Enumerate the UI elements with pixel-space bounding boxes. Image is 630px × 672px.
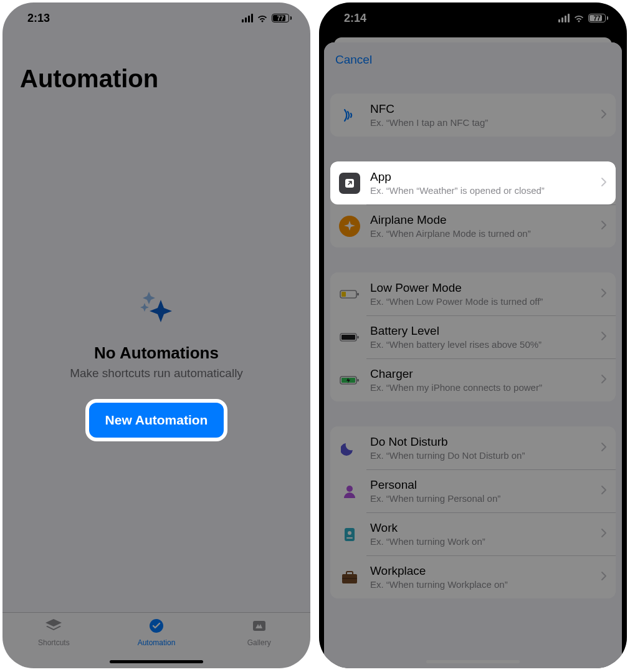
- battery-icon: 77: [272, 14, 292, 22]
- new-automation-button[interactable]: New Automation: [89, 403, 224, 438]
- trigger-row-battery-level[interactable]: Battery Level Ex. “When battery level ri…: [330, 315, 616, 358]
- trigger-sheet: Cancel NFC Ex. “When I tap an NFC tag”: [324, 42, 622, 668]
- chevron-right-icon: [601, 442, 607, 454]
- trigger-row-nfc[interactable]: NFC Ex. “When I tap an NFC tag”: [330, 94, 616, 137]
- status-bar: 2:13 77: [2, 2, 310, 34]
- trigger-title: Low Power Mode: [370, 281, 591, 295]
- trigger-group: Do Not Disturb Ex. “When turning Do Not …: [330, 426, 616, 598]
- chevron-right-icon: [601, 331, 607, 343]
- clock-check-icon: [147, 618, 166, 636]
- trigger-title: Personal: [370, 478, 591, 492]
- chevron-right-icon: [601, 177, 607, 190]
- cellular-signal-icon: [558, 14, 570, 22]
- empty-state: No Automations Make shortcuts run automa…: [2, 286, 310, 441]
- trigger-subtitle: Ex. “When turning Personal on”: [370, 493, 591, 504]
- trigger-subtitle: Ex. “When turning Work on”: [370, 536, 591, 547]
- stack-icon: [44, 618, 63, 636]
- home-indicator[interactable]: [426, 660, 520, 663]
- battery-icon: 77: [588, 14, 608, 22]
- svg-rect-4: [357, 293, 359, 295]
- trigger-list[interactable]: NFC Ex. “When I tap an NFC tag” App Ex. …: [324, 94, 622, 623]
- automation-screen: 2:13 77 Automation No Automations Make s…: [2, 2, 310, 668]
- status-bar: 2:14 77: [319, 2, 627, 34]
- svg-rect-1: [253, 621, 265, 631]
- tab-shortcuts[interactable]: Shortcuts: [2, 613, 105, 668]
- trigger-row-personal[interactable]: Personal Ex. “When turning Personal on”: [330, 469, 616, 512]
- tab-label: Automation: [138, 638, 176, 647]
- chevron-right-icon: [601, 374, 607, 386]
- page-title: Automation: [2, 34, 310, 93]
- trigger-row-dnd[interactable]: Do Not Disturb Ex. “When turning Do Not …: [330, 426, 616, 469]
- moon-icon: [339, 438, 360, 459]
- status-right: 77: [558, 14, 608, 22]
- trigger-subtitle: Ex. “When Airplane Mode is turned on”: [370, 228, 591, 239]
- gallery-icon: [250, 618, 269, 636]
- status-time: 2:13: [27, 12, 50, 25]
- cellular-signal-icon: [242, 14, 253, 22]
- tab-gallery[interactable]: Gallery: [208, 613, 310, 668]
- svg-point-14: [348, 531, 351, 535]
- new-automation-highlight: New Automation: [85, 399, 228, 441]
- chevron-right-icon: [601, 109, 607, 122]
- chevron-right-icon: [601, 571, 607, 583]
- svg-rect-8: [341, 335, 355, 340]
- trigger-row-charger[interactable]: Charger Ex. “When my iPhone connects to …: [330, 358, 616, 401]
- empty-subtitle: Make shortcuts run automatically: [70, 367, 243, 380]
- svg-rect-15: [346, 537, 353, 539]
- tab-label: Shortcuts: [38, 638, 70, 647]
- trigger-row-app[interactable]: App Ex. “When “Weather” is opened or clo…: [330, 161, 616, 204]
- trigger-title: NFC: [370, 102, 591, 116]
- empty-heading: No Automations: [94, 343, 219, 363]
- svg-rect-18: [342, 578, 357, 579]
- wifi-icon: [257, 14, 268, 22]
- trigger-subtitle: Ex. “When my iPhone connects to power”: [370, 382, 591, 393]
- chevron-right-icon: [601, 485, 607, 497]
- trigger-title: Do Not Disturb: [370, 435, 591, 449]
- badge-icon: [339, 524, 360, 545]
- sparkle-icon: [135, 286, 178, 332]
- app-icon: [339, 173, 360, 194]
- cancel-button[interactable]: Cancel: [335, 53, 372, 67]
- trigger-group: NFC Ex. “When I tap an NFC tag”: [330, 94, 616, 137]
- battery-level-icon: [339, 327, 360, 348]
- status-time: 2:14: [344, 12, 366, 25]
- trigger-title: Battery Level: [370, 324, 591, 338]
- trigger-picker-screen: 2:14 77 Cancel: [319, 2, 627, 668]
- trigger-title: Airplane Mode: [370, 213, 591, 227]
- trigger-subtitle: Ex. “When turning Do Not Disturb on”: [370, 450, 591, 461]
- sheet-header: Cancel: [324, 42, 622, 77]
- trigger-subtitle: Ex. “When battery level rises above 50%”: [370, 339, 591, 350]
- trigger-row-work[interactable]: Work Ex. “When turning Work on”: [330, 512, 616, 555]
- chevron-right-icon: [601, 528, 607, 540]
- trigger-subtitle: Ex. “When turning Workplace on”: [370, 579, 591, 590]
- nfc-icon: [339, 105, 360, 126]
- svg-point-12: [346, 486, 353, 492]
- trigger-title: Work: [370, 521, 591, 535]
- trigger-subtitle: Ex. “When “Weather” is opened or closed”: [370, 185, 591, 196]
- trigger-group: App Ex. “When “Weather” is opened or clo…: [330, 161, 616, 247]
- trigger-title: Workplace: [370, 564, 591, 578]
- tab-label: Gallery: [247, 638, 271, 647]
- low-power-icon: [339, 284, 360, 305]
- home-indicator[interactable]: [110, 660, 203, 663]
- wifi-icon: [573, 14, 585, 22]
- svg-rect-10: [357, 379, 359, 382]
- briefcase-icon: [339, 567, 360, 588]
- trigger-row-workplace[interactable]: Workplace Ex. “When turning Workplace on…: [330, 555, 616, 598]
- airplane-icon: [339, 216, 360, 237]
- trigger-subtitle: Ex. “When Low Power Mode is turned off”: [370, 296, 591, 307]
- svg-rect-17: [346, 572, 353, 575]
- svg-rect-7: [357, 336, 359, 338]
- person-icon: [339, 481, 360, 502]
- trigger-row-airplane[interactable]: Airplane Mode Ex. “When Airplane Mode is…: [330, 204, 616, 247]
- trigger-row-low-power[interactable]: Low Power Mode Ex. “When Low Power Mode …: [330, 272, 616, 315]
- svg-rect-5: [341, 292, 346, 297]
- chevron-right-icon: [601, 288, 607, 300]
- trigger-title: Charger: [370, 367, 591, 381]
- trigger-title: App: [370, 170, 591, 184]
- trigger-group: Low Power Mode Ex. “When Low Power Mode …: [330, 272, 616, 401]
- chevron-right-icon: [601, 220, 607, 233]
- charger-icon: [339, 370, 360, 391]
- trigger-subtitle: Ex. “When I tap an NFC tag”: [370, 117, 591, 128]
- status-right: 77: [242, 14, 292, 22]
